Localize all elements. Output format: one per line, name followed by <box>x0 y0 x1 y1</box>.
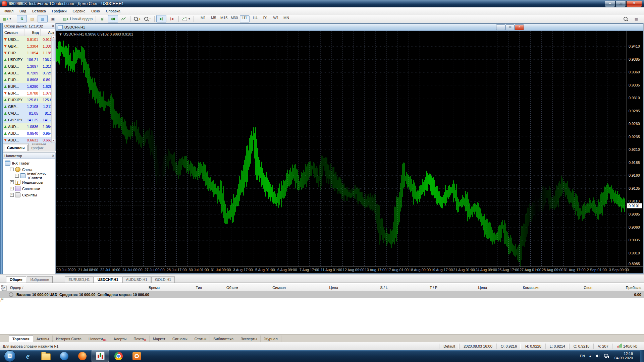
taskbar-icon-file-explorer[interactable] <box>37 350 55 362</box>
terminal-column-Комиссия[interactable]: Комиссия <box>490 286 542 290</box>
nav-tree-item[interactable]: IFX Trader <box>3 160 55 166</box>
close-icon[interactable]: × <box>52 154 54 158</box>
menu-item-Окно[interactable]: Окно <box>88 8 103 14</box>
nav-tree-item[interactable]: +ƒИндикаторы <box>3 179 55 185</box>
clock[interactable]: 12:19 04.09.2020 <box>613 352 633 360</box>
language-indicator[interactable]: EN <box>580 354 585 358</box>
market-watch-row[interactable]: AUD...0.95400.9548 <box>3 130 55 137</box>
close-button[interactable]: × <box>626 1 642 7</box>
market-watch-column-header[interactable]: Бид <box>24 29 41 36</box>
tree-expander-minus[interactable]: − <box>10 168 14 171</box>
terminal-column-Своп[interactable]: Своп <box>542 286 595 290</box>
market-watch-row[interactable]: GBP...1.33041.3307 <box>3 43 55 50</box>
chart-ohlc-info[interactable]: ▼ USDCHF,H1 0.9096 0.9102 0.9093 0.9101 <box>59 32 133 36</box>
menu-item-Справка[interactable]: Справка <box>103 8 123 14</box>
tab-Общие[interactable]: Общие <box>6 276 26 283</box>
terminal-tab-Новости[interactable]: Новости86 <box>85 336 110 342</box>
zoom-in-button[interactable]: + <box>132 15 142 22</box>
menu-item-Графики[interactable]: Графики <box>49 8 70 14</box>
chart-background[interactable] <box>56 31 643 273</box>
chart-minimize-button[interactable]: – <box>496 24 505 30</box>
terminal-column-Символ[interactable]: Символ <box>241 286 288 290</box>
market-watch-column-header[interactable]: Символ <box>3 29 24 36</box>
taskbar-icon-orange-square-app[interactable] <box>128 350 145 362</box>
terminal-tab-История Счета[interactable]: История Счета <box>53 336 85 342</box>
market-watch-scrollbar[interactable]: ▲ ▼ <box>51 36 55 143</box>
terminal-tab-Активы[interactable]: Активы <box>33 336 53 342</box>
terminal-tab-Журнал[interactable]: Журнал <box>261 336 281 342</box>
scroll-down-icon[interactable]: ▼ <box>52 139 56 143</box>
terminal-tab-Статьи[interactable]: Статьи <box>191 336 210 342</box>
tab-Символы[interactable]: Символы <box>4 145 28 151</box>
market-watch-column-header[interactable]: Аск <box>41 29 55 36</box>
terminal-tab-Библиотека[interactable]: Библиотека <box>210 336 237 342</box>
terminal-toggle-button[interactable]: ▣ <box>48 15 58 22</box>
timeframe-button-W1[interactable]: W1 <box>271 15 281 22</box>
timeframe-button-D1[interactable]: D1 <box>261 15 270 22</box>
network-icon[interactable] <box>604 354 609 358</box>
market-watch-toggle-button[interactable]: ⇅ <box>17 15 27 22</box>
start-button[interactable]: ⊞ <box>4 350 16 362</box>
tree-expander-plus[interactable]: + <box>10 187 14 190</box>
terminal-column-T / P[interactable]: T / P <box>390 286 440 290</box>
market-watch-row[interactable]: USDJPY106.21106.24 <box>3 56 55 63</box>
timeframe-button-H4[interactable]: H4 <box>250 15 260 22</box>
market-watch-row[interactable]: GBP...1.21081.2115 <box>3 103 55 110</box>
terminal-column-Цена[interactable]: Цена <box>288 286 341 290</box>
terminal-tab-Алерты[interactable]: Алерты <box>110 336 130 342</box>
show-hidden-icons-button[interactable]: ▲ <box>589 354 592 358</box>
market-watch-row[interactable]: AUD...0.66310.6639 <box>3 137 55 143</box>
line-chart-button[interactable] <box>118 15 128 22</box>
timeframe-button-H1[interactable]: H1 <box>240 15 250 22</box>
market-watch-row[interactable]: EUR...1.62801.6287 <box>3 83 55 90</box>
terminal-tab-Торговля[interactable]: Торговля <box>9 335 33 342</box>
terminal-column-Цена[interactable]: Цена <box>440 286 490 290</box>
maximize-button[interactable]: ▭ <box>615 1 626 7</box>
terminal-tab-Почта[interactable]: Почта8 <box>130 336 150 342</box>
taskbar-icon-metatrader4[interactable] <box>92 350 109 362</box>
chart-close-button[interactable]: × <box>515 24 524 30</box>
market-watch-row[interactable]: EURJPY125.81125.84 <box>3 97 55 103</box>
zoom-out-button[interactable]: − <box>143 15 153 22</box>
taskbar-icon-blue-circle-app[interactable] <box>55 350 73 362</box>
terminal-column-Объем[interactable]: Объем <box>205 286 241 290</box>
nav-tree-item[interactable]: +Скрипты <box>3 192 55 198</box>
timeframe-button-MN[interactable]: MN <box>281 15 291 22</box>
market-watch-row[interactable]: USD...1.30971.3100 <box>3 63 55 70</box>
navigator-header[interactable]: Навигатор × <box>3 153 55 159</box>
volume-icon[interactable] <box>595 354 600 358</box>
terminal-column-Прибыль[interactable]: Прибыль <box>595 286 644 290</box>
market-watch-row[interactable]: EUR...1.18541.1857 <box>3 50 55 56</box>
scrollbar-thumb[interactable] <box>52 41 56 61</box>
tree-expander-plus[interactable]: + <box>15 174 19 178</box>
nav-tree-item[interactable]: +InstaForex-1Contest. <box>3 173 55 179</box>
auto-scroll-button[interactable]: ▶| <box>156 15 166 22</box>
minimize-button[interactable]: – <box>605 1 615 7</box>
search-button[interactable] <box>621 15 631 22</box>
chart-shift-button[interactable]: |◀ <box>167 15 177 22</box>
titlebar[interactable]: 68096903: InstaForex-1Contest.com - Демо… <box>0 0 644 7</box>
timeframe-button-M15[interactable]: M15 <box>219 15 229 22</box>
show-desktop-button[interactable] <box>640 350 644 362</box>
market-watch-header[interactable]: Обзор рынка: 12:19:32 × <box>3 23 55 29</box>
bar-chart-button[interactable] <box>98 15 108 22</box>
scroll-up-icon[interactable]: ▲ <box>52 36 56 40</box>
tab-Избранное[interactable]: Избранное <box>27 276 53 283</box>
candlestick-chart-button[interactable] <box>108 15 118 22</box>
terminal-tab-Сигналы[interactable]: Сигналы <box>169 336 191 342</box>
terminal-column-S / L[interactable]: S / L <box>341 286 390 290</box>
market-watch-row[interactable]: GBPJPY141.25141.32 <box>3 117 55 123</box>
market-watch-row[interactable]: CAD...81.0581.13 <box>3 110 55 117</box>
chart-tab-USDCHF,H1[interactable]: USDCHF,H1 <box>94 276 122 283</box>
menu-item-Вставка[interactable]: Вставка <box>29 8 49 14</box>
timeframe-button-M5[interactable]: M5 <box>209 15 218 22</box>
indicators-button[interactable]: ▼ <box>180 15 192 22</box>
chart-window-titlebar[interactable]: USDCHF,H1 – ▭ × <box>56 24 643 31</box>
chart-tab-EURUSD,H1[interactable]: EURUSD,H1 <box>65 276 94 283</box>
terminal-column-Время[interactable]: Время <box>97 286 162 290</box>
nav-tree-item[interactable]: +Советники <box>3 185 55 192</box>
market-watch-row[interactable]: EUR...1.07881.0791 <box>3 90 55 97</box>
window-layout-button[interactable]: ▦ <box>631 15 641 22</box>
menu-item-Файл[interactable]: Файл <box>1 8 16 14</box>
new-order-button[interactable]: ▤+ Новый ордер <box>62 15 94 22</box>
